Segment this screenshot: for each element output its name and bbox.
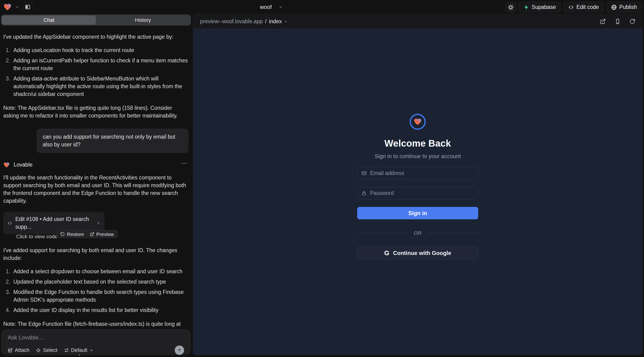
sliders-icon [64,348,69,353]
list-item: Added a select dropdown to choose betwee… [12,268,188,275]
publish-button[interactable]: Publish [606,2,642,12]
select-label: Select [43,347,57,353]
restore-icon [60,232,65,236]
preview-button[interactable]: Preview [90,230,114,238]
top-bar: woof Supabase Edit code [0,0,644,14]
supabase-label: Supabase [532,4,556,10]
restore-label: Restore [67,230,84,238]
open-in-new-tab-icon[interactable] [600,18,606,24]
assistant-name: Lovable [14,161,32,169]
preview-url-bar: preview--woof.lovable.app / index [193,14,642,29]
list-item: Updated the placeholder text based on th… [12,278,188,286]
google-g-icon: G [384,249,389,257]
arrow-up-icon [177,348,182,352]
sidebar-toggle-button[interactable] [22,2,33,12]
mode-label: Default [71,347,88,353]
lovable-logo-heart-icon[interactable] [3,3,12,11]
sign-in-card: Welcome Back Sign in to continue to your… [357,114,478,260]
list-item: Adding data-active attribute to SidebarM… [12,75,188,98]
route-chevron-down-icon[interactable] [284,20,288,24]
supabase-bolt-icon [524,4,529,10]
preview-app-content: Welcome Back Sign in to continue to your… [193,29,642,355]
envelope-icon [362,170,367,176]
chat-panel: Chat History I've updated the AppSidebar… [0,14,192,357]
select-target-icon [36,348,41,353]
attach-image-icon [8,348,13,353]
code-icon [568,4,574,10]
restore-button[interactable]: Restore [60,230,84,238]
chevron-right-icon [96,221,100,226]
mobile-view-icon[interactable] [615,18,620,24]
restore-preview-toolbar: Restore Preview [56,230,118,238]
sign-in-button[interactable]: Sign in [357,207,478,219]
list-item: Added the user ID display in the results… [12,306,188,314]
assistant-note: Note: The AppSidebar.tsx file is getting… [3,104,188,120]
gear-icon [508,4,514,10]
password-field[interactable] [370,190,474,196]
assistant-numbered-list: Added a select dropdown to choose betwee… [3,268,188,314]
email-field[interactable] [370,170,474,176]
publish-label: Publish [620,4,637,10]
or-divider: OR [357,230,478,236]
supabase-button[interactable]: Supabase [519,2,561,12]
project-chevron-down-icon [278,5,283,10]
preview-label: Preview [96,230,114,238]
welcome-title: Welcome Back [384,138,451,149]
password-field-wrap [357,187,478,200]
app-heart-icon [414,118,422,126]
tab-chat[interactable]: Chat [2,16,96,25]
project-switcher[interactable]: woof [260,0,283,14]
lock-icon [362,190,367,196]
refresh-icon[interactable] [630,18,635,24]
google-button-label: Continue with Google [393,250,451,256]
list-item: Modified the Edge Function to handle bot… [12,288,188,304]
code-icon [8,220,12,226]
lovable-heart-icon [3,162,10,168]
logo-chevron-down-icon[interactable] [15,5,19,9]
attach-button[interactable]: Attach [8,347,29,353]
assistant-paragraph: I've added support for searching by both… [3,246,188,262]
globe-icon [611,4,617,10]
edit-code-label: Edit code [576,4,599,10]
app-logo [410,114,426,130]
welcome-subtitle: Sign in to continue to your account [374,153,461,160]
url-separator: / [265,18,266,25]
more-options-icon[interactable] [182,163,187,164]
edit-card-title: Edit #108 • Add user ID search supp... [15,215,92,231]
preview-url-host: preview--woof.lovable.app [200,18,263,25]
email-field-wrap [357,167,478,180]
assistant-numbered-list: Adding useLocation hook to track the cur… [3,46,188,98]
select-button[interactable]: Select [36,347,57,353]
chat-input[interactable] [8,334,184,343]
chevron-down-icon [89,348,93,352]
user-message-bubble: can you add support for searching not on… [36,128,188,153]
panel-left-icon [25,4,30,10]
chat-history-tabs: Chat History [1,14,191,26]
or-label: OR [414,230,422,236]
google-sign-in-button[interactable]: G Continue with Google [357,246,478,260]
edit-card-wrap: Edit #108 • Add user ID search supp... C… [3,212,188,238]
assistant-header: Lovable [3,161,188,169]
mode-dropdown[interactable]: Default [64,347,94,353]
user-message-row: can you add support for searching not on… [3,128,188,153]
preview-panel: preview--woof.lovable.app / index Welcom… [193,14,642,355]
settings-button[interactable] [506,2,516,12]
attach-label: Attach [15,347,29,353]
preview-route-dropdown[interactable]: index [269,18,282,25]
assistant-paragraph: I'll update the search functionality in … [3,174,188,205]
send-button[interactable] [175,346,184,355]
assistant-paragraph: I've updated the AppSidebar component to… [3,33,188,41]
message-list: I've updated the AppSidebar component to… [0,26,192,357]
edit-code-button[interactable]: Edit code [564,2,604,12]
list-item: Adding an isCurrentPath helper function … [12,57,188,72]
chat-composer: Attach Select Default [2,329,190,355]
tab-history[interactable]: History [96,16,190,25]
project-title: woof [260,4,272,10]
external-link-icon [90,232,94,236]
list-item: Adding useLocation hook to track the cur… [12,46,188,54]
